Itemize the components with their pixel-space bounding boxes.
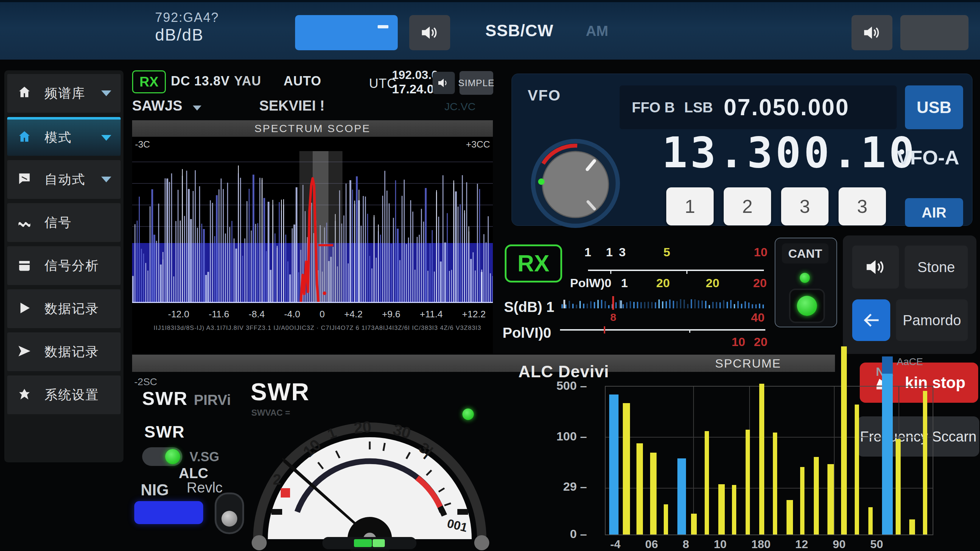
alc-bar bbox=[718, 484, 725, 535]
sidebar-item-7[interactable]: 数据记录 bbox=[7, 333, 121, 371]
rx-status-badge: RX bbox=[132, 70, 166, 93]
revlc-label: Revlc bbox=[187, 479, 223, 496]
play-icon bbox=[16, 300, 32, 317]
rev-toggle[interactable] bbox=[215, 492, 244, 534]
alc-xtick-label: 50 bbox=[870, 538, 883, 551]
sidebar-item-label: 数据记录 bbox=[45, 300, 99, 318]
air-button[interactable]: AIR bbox=[905, 198, 963, 227]
keypad-key-3[interactable]: 3 bbox=[781, 187, 829, 225]
alc-bar bbox=[800, 467, 805, 535]
alc-bar bbox=[923, 391, 927, 535]
alc-ytick-label: 500 – bbox=[555, 379, 587, 393]
sidebar-item-label: 模式 bbox=[45, 129, 72, 147]
settings-icon bbox=[16, 386, 32, 403]
tuning-knob[interactable] bbox=[531, 139, 620, 228]
sawjs-label: SAWJS bbox=[132, 98, 182, 113]
swr-pirv-label: PIRVi bbox=[194, 392, 231, 408]
meter-number: 20 bbox=[754, 335, 767, 349]
simple-button[interactable]: SIMPLE bbox=[460, 71, 493, 95]
sidebar-item-5[interactable]: 信号分析 bbox=[7, 246, 121, 285]
swr-big-label: SWR bbox=[251, 377, 310, 406]
alc-bar bbox=[705, 431, 709, 535]
scope-speaker-button[interactable] bbox=[433, 72, 455, 94]
sidebar-item-1[interactable]: 频谱库 bbox=[7, 74, 121, 113]
meter-number: PolW)0 bbox=[570, 276, 611, 290]
meter-number: 20 bbox=[706, 276, 719, 290]
alc-bar bbox=[609, 395, 619, 535]
screw-right bbox=[474, 535, 489, 550]
vfo-title: VFO bbox=[528, 87, 561, 104]
monitor-speaker-button[interactable] bbox=[852, 245, 899, 288]
sekviei-label: SEKVIEI ! bbox=[259, 98, 325, 114]
pamordo-button[interactable]: Pamordo bbox=[896, 299, 968, 341]
alc-bar bbox=[650, 453, 657, 535]
keypad-key-2[interactable]: 2 bbox=[724, 187, 771, 225]
mode-ssb-cw[interactable]: SSB/CW bbox=[485, 21, 554, 40]
sidebar-item-6[interactable]: 数据记录 bbox=[7, 289, 121, 328]
topbar-number: 792:GA4? bbox=[155, 10, 219, 25]
keypad-key-4[interactable]: 3 bbox=[838, 187, 886, 225]
axis-tick-label: -11.6 bbox=[208, 309, 229, 320]
axis-tick-label: +12.2 bbox=[462, 309, 486, 320]
nig-blue-button[interactable] bbox=[134, 501, 203, 524]
spectrum-footer-bar: SPCRUME bbox=[132, 355, 835, 372]
alc-bar bbox=[664, 504, 668, 535]
spectrum-scope-title: SPECTRUM SCOPE bbox=[132, 120, 493, 137]
meter-panel: RX 113510 PolW)01202020 S(dB) 1 8 40 Pol… bbox=[503, 239, 770, 339]
main-frequency-display: 13.300.10 bbox=[662, 128, 917, 177]
right-button-panel: Stone Pamordo bbox=[843, 236, 977, 354]
speaker-icon bbox=[419, 22, 440, 43]
sidebar-item-8[interactable]: 系统设置 bbox=[7, 376, 121, 414]
alc-xtick-label: -4 bbox=[610, 538, 620, 551]
sidebar-item-2[interactable]: 模式 bbox=[7, 117, 121, 156]
alc-bar bbox=[827, 464, 834, 535]
alc-corner-label: AaCE bbox=[897, 356, 923, 368]
vfo-panel: VFO FFO B LSB 07.050.000 USB 13.300.10 V… bbox=[512, 73, 972, 226]
gauge-green-segment bbox=[354, 539, 372, 547]
meter-tick bbox=[689, 329, 690, 333]
sawjs-dropdown[interactable]: SAWJS bbox=[132, 98, 201, 114]
vfo-sub-name: FFO B bbox=[632, 99, 675, 116]
spectrum-axis-labels: -12.0-11.6-8.4-4.00+4.2+9.6+11.4+12.2 bbox=[168, 309, 486, 320]
vfo-sub-strip: FFO B LSB 07.050.000 bbox=[620, 86, 897, 129]
chevron-down-icon bbox=[193, 105, 201, 111]
send-icon bbox=[16, 343, 32, 360]
sidebar-item-3[interactable]: 自动式 bbox=[7, 160, 121, 199]
cant-green-button[interactable] bbox=[789, 288, 825, 323]
home-icon bbox=[16, 129, 32, 147]
spectrum-fineprint: IIJ1I83I3d/8S-IJ) A3.1I7IJ.8IV 3FFZ3.1 I… bbox=[132, 324, 493, 332]
meter-number: 20 bbox=[753, 276, 767, 290]
topbar-blank-button[interactable] bbox=[900, 15, 969, 50]
mode-am[interactable]: AM bbox=[586, 23, 608, 39]
auto-label: AUTO bbox=[283, 73, 321, 89]
swr-toggle[interactable] bbox=[142, 447, 182, 466]
gauge-green-segment-2 bbox=[372, 539, 385, 547]
stone-button[interactable]: Stone bbox=[905, 245, 968, 288]
radio-control-app: 792:GA4? dB/dB SSB/CW AM 频谱库 模式 自动式 信号 信… bbox=[0, 0, 980, 551]
swr-corner-label: -2SC bbox=[134, 376, 157, 388]
back-arrow-button[interactable] bbox=[852, 299, 890, 341]
alc-bar bbox=[909, 519, 915, 535]
vfo-a-label: VFO-A bbox=[897, 146, 959, 169]
power-meter-label: PolVI)0 bbox=[503, 325, 551, 341]
axis-tick-label: +4.2 bbox=[344, 309, 363, 320]
faint-right-label: JC.VC bbox=[444, 100, 476, 113]
top-bar: 792:GA4? dB/dB SSB/CW AM bbox=[0, 0, 980, 60]
topbar-speaker-button-right[interactable] bbox=[851, 15, 892, 50]
topbar-active-button[interactable] bbox=[295, 15, 398, 50]
alc-bar bbox=[773, 433, 777, 535]
toggle-knob bbox=[221, 511, 237, 527]
sidebar-item-label: 频谱库 bbox=[45, 85, 86, 102]
usb-mode-button[interactable]: USB bbox=[905, 86, 963, 129]
cant-label: CANT bbox=[782, 244, 829, 263]
meter-tick bbox=[686, 269, 687, 274]
meter-number: 3 bbox=[619, 245, 626, 259]
keypad-key-1[interactable]: 1 bbox=[666, 187, 714, 225]
topbar-speaker-button[interactable] bbox=[409, 15, 450, 50]
sidebar-item-4[interactable]: 信号 bbox=[7, 203, 121, 242]
meter-number: 1 bbox=[584, 245, 591, 259]
axis-tick-label: 0 bbox=[320, 309, 325, 320]
alc-ytick-label: 29 – bbox=[555, 479, 587, 494]
keypad: 1233 bbox=[666, 187, 886, 225]
alc-xtick-label: 8 bbox=[683, 538, 689, 551]
